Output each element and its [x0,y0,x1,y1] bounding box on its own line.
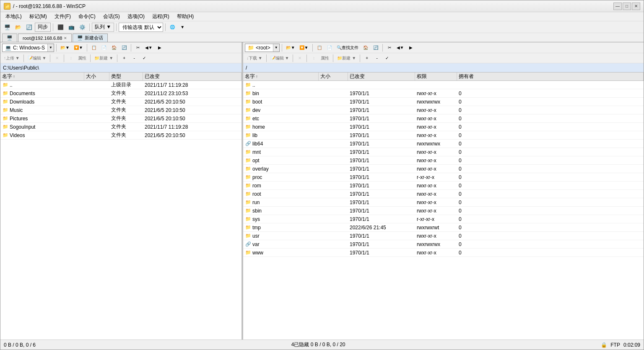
left-minus-btn[interactable]: - [130,54,139,63]
right-col-perms[interactable]: 权限 [415,73,457,80]
right-row-etc[interactable]: 📁 etc 1970/1/1 rwxr-xr-x 0 [243,114,644,123]
right-row-mnt[interactable]: 📁 mnt 1970/1/1 rwxr-xr-x 0 [243,148,644,156]
right-col-modified[interactable]: 已改变 [348,73,415,80]
right-copy-button[interactable]: 📋 [315,43,324,52]
right-props-btn[interactable]: 属性 [319,54,331,63]
menu-local[interactable]: 本地(L) [2,12,25,21]
right-cut-button[interactable]: ✂ [385,43,394,52]
right-row-home[interactable]: 📁 home 1970/1/1 rwxr-xr-x 0 [243,123,644,131]
right-download-btn[interactable]: ↓ 下载 ▼ [245,54,264,63]
right-col-size[interactable]: 大小 [319,73,348,80]
right-nav-back[interactable]: ◀▼ [395,43,406,52]
right-find-btn[interactable]: 🔍 查找文件 [335,43,360,52]
left-edit-btn[interactable]: 📝 编辑 ▼ [26,54,48,63]
right-row-lib64[interactable]: 🔗 lib64 1970/1/1 rwxrwxrwx 0 [243,140,644,148]
right-row-opt[interactable]: 📁 opt 1970/1/1 rwxr-xr-x 0 [243,156,644,165]
left-refresh-button[interactable]: 🔄 [119,43,129,52]
right-paste-button[interactable]: 📄 [325,43,334,52]
left-home-button[interactable]: 🏠 [109,43,119,52]
left-copy-button[interactable]: 📋 [89,43,99,52]
right-row-run[interactable]: 📁 run 1970/1/1 rwxr-xr-x 0 [243,198,644,207]
menu-session[interactable]: 会话(S) [100,12,123,21]
left-nav-back[interactable]: ◀▼ [143,43,154,52]
right-drive-label[interactable]: 📁 <root> [245,44,273,52]
right-row-usr[interactable]: 📁 usr 1970/1/1 rwxr-xr-x 0 [243,232,644,240]
right-row-var[interactable]: 🔗 var 1970/1/1 rwxrwxrwx 0 [243,240,644,249]
left-check-btn[interactable]: ✓ [140,54,149,63]
maximize-button[interactable]: □ [623,3,631,10]
right-row-boot[interactable]: 📁 boot 1970/1/1 rwxrwxrwx 0 [243,98,644,106]
globe-arrow-button[interactable]: ▼ [178,23,187,32]
right-check-btn[interactable]: ✓ [382,54,392,63]
menu-help[interactable]: 帮助(H) [174,12,197,21]
left-open-button[interactable]: 📂▼ [59,43,71,52]
left-upload-btn[interactable]: ↑ 上传 ▼ [2,54,21,63]
right-row-sbin[interactable]: 📁 sbin 1970/1/1 rwxr-xr-x 0 [243,207,644,215]
session-tab-new[interactable]: 🖥️ 新建会话 [73,34,108,42]
globe-button[interactable]: 🌐 [168,23,177,32]
right-row-bin[interactable]: 📁 bin 1970/1/1 rwxr-xr-x 0 [243,89,644,98]
queue-dropdown[interactable]: 队列 ▼ [92,23,114,32]
right-row-rom[interactable]: 📁 rom 1970/1/1 rwxr-xr-x 0 [243,181,644,190]
left-delete-btn[interactable]: ✕ [52,54,62,63]
menu-file[interactable]: 文件(F) [51,12,74,21]
sync-button[interactable]: 同步 [35,23,51,32]
left-drive-arrow[interactable]: ▼ [48,44,54,52]
left-nav-fwd[interactable]: ▶ [155,43,164,52]
right-row-dev[interactable]: 📁 dev 1970/1/1 rwxr-xr-x 0 [243,106,644,114]
left-plus-btn[interactable]: + [119,54,129,63]
terminal-button[interactable]: 📺 [66,23,76,32]
left-row-documents[interactable]: 📁 Documents 文件夹 2021/11/2 23:10:53 [0,89,242,98]
menu-options[interactable]: 选项(O) [124,12,148,21]
right-drive-arrow[interactable]: ▼ [273,44,279,52]
right-row-lib[interactable]: 📁 lib 1970/1/1 rwxr-xr-x 0 [243,131,644,140]
right-new-btn[interactable]: 📁 新建 ▼ [335,54,358,63]
left-row-downloads[interactable]: 📁 Downloads 文件夹 2021/6/5 20:10:50 [0,98,242,106]
right-open-button[interactable]: 📂▼ [284,43,297,52]
left-drive-label[interactable]: 💻 C: Windows-S [3,44,48,52]
right-row-sys[interactable]: 📁 sys 1970/1/1 r-xr-xr-x 0 [243,215,644,223]
console-button[interactable]: ⬛ [55,23,65,32]
left-props-btn[interactable]: 属性 [76,54,88,63]
right-minus-btn[interactable]: - [372,54,382,63]
right-home-button[interactable]: 🏠 [361,43,370,52]
open-button[interactable]: 📂 [13,23,23,32]
menu-mark[interactable]: 标记(M) [26,12,50,21]
right-col-name[interactable]: 名字 ↑ [243,73,319,80]
left-drive-combo[interactable]: 💻 C: Windows-S ▼ [2,44,54,52]
refresh-button[interactable]: 🔄 [24,23,34,32]
right-col-owner[interactable]: 拥有者 [457,73,644,80]
left-col-modified[interactable]: 已改变 [143,73,242,80]
transfer-select[interactable]: 传输选项 默认 [119,23,163,32]
right-move-btn[interactable]: ↕ [309,54,318,63]
right-drive-combo[interactable]: 📁 <root> ▼ [245,44,280,52]
menu-remote[interactable]: 远程(R) [149,12,173,21]
new-site-button[interactable]: 🖥️ [2,23,12,32]
minimize-button[interactable]: — [613,3,622,10]
right-plus-btn[interactable]: + [362,54,371,63]
right-row-www[interactable]: 📁 www 1970/1/1 rwxr-xr-x 0 [243,249,644,257]
session-tab-main-close[interactable]: ✕ [64,36,67,40]
right-row-proc[interactable]: 📁 proc 1970/1/1 r-xr-xr-x 0 [243,173,644,181]
close-button[interactable]: ✕ [632,3,640,10]
left-paste-button[interactable]: 📄 [99,43,109,52]
left-row-pictures[interactable]: 📁 Pictures 文件夹 2021/6/5 20:10:50 [0,114,242,123]
right-edit-btn[interactable]: 📝 编辑 ▼ [269,54,291,63]
right-row-root[interactable]: 📁 root 1970/1/1 rwxr-xr-x 0 [243,190,644,198]
left-col-type[interactable]: 类型 [109,73,143,80]
left-row-sogouinput[interactable]: 📁 SogouInput 文件夹 2021/11/7 11:19:28 [0,123,242,131]
right-delete-btn[interactable]: ✕ [295,54,304,63]
right-filter-button[interactable]: 🔽▼ [298,43,310,52]
left-row-parent[interactable]: 📁 .. 上级目录 2021/11/7 11:19:28 [0,81,242,89]
left-row-videos[interactable]: 📁 Videos 文件夹 2021/6/5 20:10:50 [0,131,242,140]
right-refresh-button[interactable]: 🔄 [371,43,380,52]
right-row-tmp[interactable]: 📁 tmp 2022/6/26 21:45 rwxrwxrwt 0 [243,223,644,232]
right-row-parent[interactable]: 📁 .. [243,81,644,89]
left-col-name[interactable]: 名字 ↑ [0,73,84,80]
left-new-btn[interactable]: 📁 新建 ▼ [93,54,115,63]
left-cut-button[interactable]: ✂ [133,43,143,52]
left-col-size[interactable]: 大小 [84,73,109,80]
session-tab-main[interactable]: root@192.168.6.88 ✕ [18,34,72,42]
left-move-btn[interactable]: ↕ [66,54,75,63]
settings-button[interactable]: ⚙️ [77,23,87,32]
